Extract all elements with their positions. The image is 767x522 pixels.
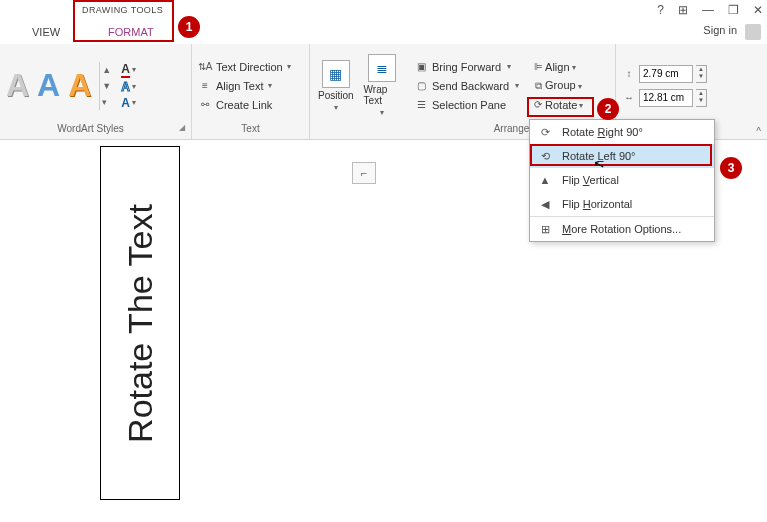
text-outline-button[interactable]: A▾ xyxy=(121,80,136,94)
height-input[interactable] xyxy=(639,65,693,83)
spin-up-icon[interactable]: ▲ xyxy=(696,90,706,97)
layout-options-button[interactable]: ⌐ xyxy=(352,162,376,184)
text-direction-icon: ⇅A xyxy=(198,60,212,74)
spin-down-icon[interactable]: ▼ xyxy=(696,97,706,104)
rotate-button[interactable]: ⟳Rotate▾ xyxy=(531,98,583,112)
link-icon: ⚯ xyxy=(198,98,212,112)
height-icon: ↕ xyxy=(622,67,636,81)
restore-icon[interactable]: ❐ xyxy=(728,3,739,17)
group-label-wordart: WordArt Styles xyxy=(57,123,124,134)
group-icon: ⧉ xyxy=(531,79,545,93)
avatar[interactable] xyxy=(745,24,761,40)
annotation-badge-3: 3 xyxy=(720,157,742,179)
layout-options-icon: ⌐ xyxy=(361,167,367,179)
rotate-dropdown: ⟳ Rotate Right 90° ⟲ Rotate Left 90° ▲ F… xyxy=(529,119,715,242)
width-field[interactable]: ↔ ▲▼ xyxy=(622,89,707,107)
width-icon: ↔ xyxy=(622,91,636,105)
contextual-tab-title: DRAWING TOOLS xyxy=(74,2,171,18)
more-options-icon: ⊞ xyxy=(538,222,552,236)
align-icon: ⊫ xyxy=(531,60,545,74)
text-direction-button[interactable]: ⇅AText Direction▾ xyxy=(198,60,291,74)
bring-forward-button[interactable]: ▣Bring Forward▾ xyxy=(414,60,519,74)
annotation-badge-1: 1 xyxy=(178,16,200,38)
tab-row: VIEW FORMAT Sign in xyxy=(0,20,767,44)
height-field[interactable]: ↕ ▲▼ xyxy=(622,65,707,83)
width-input[interactable] xyxy=(639,89,693,107)
rotate-left-icon: ⟲ xyxy=(538,149,552,163)
menu-flip-horizontal[interactable]: ◀ Flip Horizontal xyxy=(530,192,714,216)
group-wordart-styles: A A A ▲ ▼ ▾ A▾ A▾ A▾ WordArt Styles◢ xyxy=(0,44,192,139)
text-effects-button[interactable]: A▾ xyxy=(121,96,136,110)
wordart-preset-1[interactable]: A xyxy=(6,67,29,104)
group-text: ⇅AText Direction▾ ≡Align Text▾ ⚯Create L… xyxy=(192,44,310,139)
chevron-up-icon[interactable]: ▲ xyxy=(102,65,111,75)
text-box-shape[interactable]: Rotate The Text xyxy=(100,146,180,500)
rotate-icon: ⟳ xyxy=(531,98,545,112)
group-button[interactable]: ⧉Group▾ xyxy=(531,79,583,93)
bring-forward-icon: ▣ xyxy=(414,60,428,74)
align-text-icon: ≡ xyxy=(198,79,212,93)
position-icon: ▦ xyxy=(322,60,350,88)
help-icon[interactable]: ? xyxy=(657,3,664,17)
dialog-launcher-icon[interactable]: ◢ xyxy=(179,123,185,132)
menu-rotate-left[interactable]: ⟲ Rotate Left 90° xyxy=(530,144,714,168)
menu-rotate-right[interactable]: ⟳ Rotate Right 90° xyxy=(530,120,714,144)
close-icon[interactable]: ✕ xyxy=(753,3,763,17)
wrap-text-icon: ≣ xyxy=(368,54,396,82)
send-backward-button[interactable]: ▢Send Backward▾ xyxy=(414,79,519,93)
flip-vertical-icon: ▲ xyxy=(538,173,552,187)
text-fill-button[interactable]: A▾ xyxy=(121,62,136,78)
create-link-button[interactable]: ⚯Create Link xyxy=(198,98,291,112)
ribbon-display-icon[interactable]: ⊞ xyxy=(678,3,688,17)
align-text-button[interactable]: ≡Align Text▾ xyxy=(198,79,291,93)
annotation-badge-2: 2 xyxy=(597,98,619,120)
menu-flip-vertical[interactable]: ▲ Flip Vertical xyxy=(530,168,714,192)
rotate-right-icon: ⟳ xyxy=(538,125,552,139)
wordart-preset-2[interactable]: A xyxy=(37,67,60,104)
align-button[interactable]: ⊫Align▾ xyxy=(531,60,583,74)
wrap-text-button[interactable]: ≣ Wrap Text ▾ xyxy=(364,54,400,117)
menu-more-rotation[interactable]: ⊞ More Rotation Options... xyxy=(530,216,714,241)
selection-pane-icon: ☰ xyxy=(414,98,428,112)
minimize-icon[interactable]: — xyxy=(702,3,714,17)
collapse-ribbon-icon[interactable]: ^ xyxy=(756,126,761,137)
send-backward-icon: ▢ xyxy=(414,79,428,93)
group-label-text: Text xyxy=(198,123,303,137)
title-bar: DRAWING TOOLS ? ⊞ — ❐ ✕ xyxy=(0,0,767,20)
flip-horizontal-icon: ◀ xyxy=(538,197,552,211)
chevron-down-icon[interactable]: ▼ xyxy=(102,81,111,91)
gallery-expand-icon[interactable]: ▾ xyxy=(102,97,111,107)
wordart-preset-3[interactable]: A xyxy=(68,67,91,104)
spin-up-icon[interactable]: ▲ xyxy=(696,66,706,73)
spin-down-icon[interactable]: ▼ xyxy=(696,73,706,80)
tab-format[interactable]: FORMAT xyxy=(98,22,164,42)
textbox-content: Rotate The Text xyxy=(121,204,160,443)
position-button[interactable]: ▦ Position ▾ xyxy=(318,60,354,112)
tab-view[interactable]: VIEW xyxy=(22,22,70,42)
selection-pane-button[interactable]: ☰Selection Pane xyxy=(414,98,519,112)
sign-in-link[interactable]: Sign in xyxy=(703,24,737,36)
wordart-gallery-scroll[interactable]: ▲ ▼ ▾ xyxy=(99,62,111,110)
group-position-wrap: ▦ Position ▾ ≣ Wrap Text ▾ xyxy=(310,44,408,139)
